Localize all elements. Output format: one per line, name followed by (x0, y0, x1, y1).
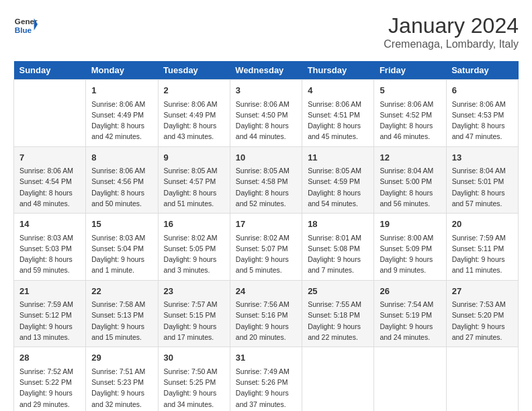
calendar-cell: 4Sunrise: 8:06 AMSunset: 4:51 PMDaylight… (302, 80, 374, 147)
calendar-cell: 8Sunrise: 8:06 AMSunset: 4:56 PMDaylight… (86, 146, 158, 214)
day-number: 25 (308, 285, 368, 298)
calendar-cell: 31Sunrise: 7:49 AMSunset: 5:26 PMDayligh… (230, 347, 302, 411)
day-info: Sunrise: 8:06 AMSunset: 4:50 PMDaylight:… (236, 99, 296, 142)
calendar-cell: 6Sunrise: 8:06 AMSunset: 4:53 PMDaylight… (446, 80, 518, 147)
logo-icon: General Blue (13, 13, 38, 38)
calendar-cell: 24Sunrise: 7:56 AMSunset: 5:16 PMDayligh… (230, 280, 302, 347)
calendar-cell: 2Sunrise: 8:06 AMSunset: 4:49 PMDaylight… (158, 80, 230, 147)
day-info: Sunrise: 8:05 AMSunset: 4:59 PMDaylight:… (308, 165, 368, 209)
calendar-cell: 23Sunrise: 7:57 AMSunset: 5:15 PMDayligh… (158, 280, 230, 347)
calendar-cell: 17Sunrise: 8:02 AMSunset: 5:07 PMDayligh… (230, 214, 302, 281)
calendar-cell: 9Sunrise: 8:05 AMSunset: 4:57 PMDaylight… (158, 146, 230, 214)
calendar-cell: 14Sunrise: 8:03 AMSunset: 5:03 PMDayligh… (14, 214, 86, 281)
day-info: Sunrise: 8:04 AMSunset: 5:00 PMDaylight:… (380, 165, 440, 209)
svg-text:Blue: Blue (15, 26, 32, 34)
calendar-cell: 30Sunrise: 7:50 AMSunset: 5:25 PMDayligh… (158, 347, 230, 411)
week-row-2: 7Sunrise: 8:06 AMSunset: 4:54 PMDaylight… (14, 146, 519, 214)
day-info: Sunrise: 8:06 AMSunset: 4:52 PMDaylight:… (380, 99, 440, 142)
day-number: 29 (91, 351, 152, 365)
day-info: Sunrise: 7:51 AMSunset: 5:23 PMDaylight:… (91, 366, 152, 410)
column-header-wednesday: Wednesday (230, 61, 302, 80)
calendar-cell: 19Sunrise: 8:00 AMSunset: 5:09 PMDayligh… (374, 214, 446, 281)
day-number: 2 (164, 84, 224, 97)
day-info: Sunrise: 8:03 AMSunset: 5:03 PMDaylight:… (19, 232, 80, 276)
day-number: 22 (91, 285, 152, 298)
day-info: Sunrise: 8:05 AMSunset: 4:58 PMDaylight:… (236, 165, 296, 209)
day-number: 15 (91, 218, 152, 231)
day-number: 11 (308, 151, 368, 165)
day-info: Sunrise: 7:56 AMSunset: 5:16 PMDaylight:… (236, 299, 296, 342)
day-info: Sunrise: 7:49 AMSunset: 5:26 PMDaylight:… (236, 366, 296, 410)
day-number: 9 (164, 151, 224, 165)
calendar-cell: 1Sunrise: 8:06 AMSunset: 4:49 PMDaylight… (86, 80, 158, 147)
day-number: 12 (380, 151, 440, 165)
calendar-cell: 25Sunrise: 7:55 AMSunset: 5:18 PMDayligh… (302, 280, 374, 347)
day-info: Sunrise: 7:52 AMSunset: 5:22 PMDaylight:… (19, 366, 80, 410)
day-number: 17 (236, 218, 296, 231)
calendar-cell: 29Sunrise: 7:51 AMSunset: 5:23 PMDayligh… (86, 347, 158, 411)
column-header-saturday: Saturday (446, 61, 518, 80)
day-number: 19 (380, 218, 440, 231)
calendar-cell: 16Sunrise: 8:02 AMSunset: 5:05 PMDayligh… (158, 214, 230, 281)
week-row-3: 14Sunrise: 8:03 AMSunset: 5:03 PMDayligh… (14, 214, 519, 281)
day-number: 21 (19, 285, 80, 298)
day-number: 1 (91, 84, 152, 97)
calendar-table: SundayMondayTuesdayWednesdayThursdayFrid… (13, 61, 519, 411)
calendar-cell: 21Sunrise: 7:59 AMSunset: 5:12 PMDayligh… (14, 280, 86, 347)
day-number: 5 (380, 84, 440, 97)
day-number: 31 (236, 351, 296, 365)
day-info: Sunrise: 8:06 AMSunset: 4:49 PMDaylight:… (91, 99, 152, 142)
calendar-cell (302, 347, 374, 411)
subtitle: Cremenaga, Lombardy, Italy (384, 38, 519, 50)
day-info: Sunrise: 8:02 AMSunset: 5:07 PMDaylight:… (236, 232, 296, 276)
day-number: 4 (308, 84, 368, 97)
day-info: Sunrise: 8:06 AMSunset: 4:54 PMDaylight:… (19, 165, 80, 209)
day-info: Sunrise: 8:06 AMSunset: 4:56 PMDaylight:… (91, 165, 152, 209)
week-row-4: 21Sunrise: 7:59 AMSunset: 5:12 PMDayligh… (14, 280, 519, 347)
day-info: Sunrise: 7:53 AMSunset: 5:20 PMDaylight:… (452, 299, 513, 342)
logo: General Blue (13, 13, 38, 38)
column-header-sunday: Sunday (14, 61, 86, 80)
header: General Blue January 2024 Cremenaga, Lom… (13, 13, 519, 50)
calendar-cell: 26Sunrise: 7:54 AMSunset: 5:19 PMDayligh… (374, 280, 446, 347)
calendar-cell: 27Sunrise: 7:53 AMSunset: 5:20 PMDayligh… (446, 280, 518, 347)
calendar-cell (374, 347, 446, 411)
calendar-cell: 20Sunrise: 7:59 AMSunset: 5:11 PMDayligh… (446, 214, 518, 281)
day-info: Sunrise: 8:03 AMSunset: 5:04 PMDaylight:… (91, 232, 152, 276)
column-header-monday: Monday (86, 61, 158, 80)
calendar-cell: 11Sunrise: 8:05 AMSunset: 4:59 PMDayligh… (302, 146, 374, 214)
day-number: 23 (164, 285, 224, 298)
calendar-cell: 18Sunrise: 8:01 AMSunset: 5:08 PMDayligh… (302, 214, 374, 281)
calendar-cell: 5Sunrise: 8:06 AMSunset: 4:52 PMDaylight… (374, 80, 446, 147)
day-number: 28 (19, 351, 80, 365)
day-number: 3 (236, 84, 296, 97)
day-info: Sunrise: 7:58 AMSunset: 5:13 PMDaylight:… (91, 299, 152, 342)
day-number: 16 (164, 218, 224, 231)
day-info: Sunrise: 8:06 AMSunset: 4:53 PMDaylight:… (452, 99, 513, 142)
day-info: Sunrise: 7:59 AMSunset: 5:12 PMDaylight:… (19, 299, 80, 342)
day-number: 8 (91, 151, 152, 165)
day-number: 6 (452, 84, 513, 97)
day-number: 18 (308, 218, 368, 231)
week-row-1: 1Sunrise: 8:06 AMSunset: 4:49 PMDaylight… (14, 80, 519, 147)
calendar-cell: 22Sunrise: 7:58 AMSunset: 5:13 PMDayligh… (86, 280, 158, 347)
column-header-friday: Friday (374, 61, 446, 80)
day-info: Sunrise: 8:05 AMSunset: 4:57 PMDaylight:… (164, 165, 224, 209)
column-header-thursday: Thursday (302, 61, 374, 80)
day-info: Sunrise: 8:06 AMSunset: 4:49 PMDaylight:… (164, 99, 224, 142)
calendar-cell (446, 347, 518, 411)
day-number: 7 (19, 151, 80, 165)
column-header-tuesday: Tuesday (158, 61, 230, 80)
day-number: 24 (236, 285, 296, 298)
calendar-cell: 7Sunrise: 8:06 AMSunset: 4:54 PMDaylight… (14, 146, 86, 214)
day-number: 27 (452, 285, 513, 298)
calendar-cell: 15Sunrise: 8:03 AMSunset: 5:04 PMDayligh… (86, 214, 158, 281)
day-info: Sunrise: 8:02 AMSunset: 5:05 PMDaylight:… (164, 232, 224, 276)
day-info: Sunrise: 8:01 AMSunset: 5:08 PMDaylight:… (308, 232, 368, 276)
calendar-cell: 12Sunrise: 8:04 AMSunset: 5:00 PMDayligh… (374, 146, 446, 214)
calendar-cell: 10Sunrise: 8:05 AMSunset: 4:58 PMDayligh… (230, 146, 302, 214)
day-number: 26 (380, 285, 440, 298)
week-row-5: 28Sunrise: 7:52 AMSunset: 5:22 PMDayligh… (14, 347, 519, 411)
main-title: January 2024 (384, 13, 519, 38)
day-number: 10 (236, 151, 296, 165)
